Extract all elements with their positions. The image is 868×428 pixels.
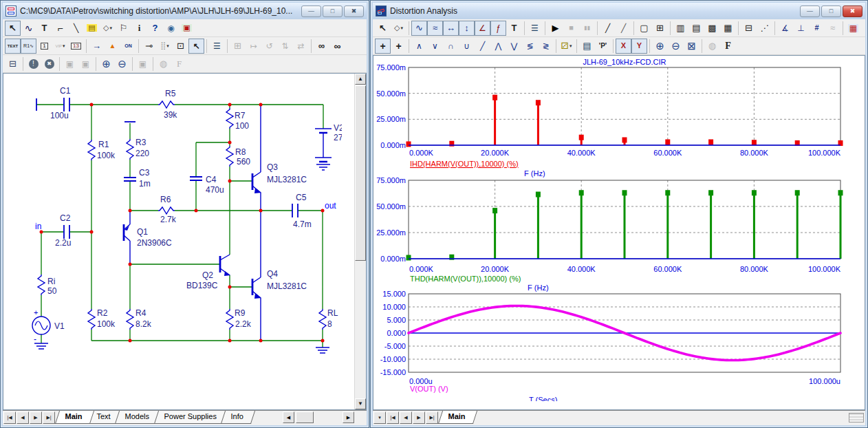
shape-tools-icon[interactable]: ◇▾ [391, 21, 406, 36]
restore-button[interactable]: □ [821, 6, 841, 17]
component-editor-icon[interactable]: ◉ [163, 21, 179, 36]
run-icon[interactable]: ▶ [547, 21, 563, 36]
tab-main[interactable]: Main [55, 411, 94, 424]
shape-tools-icon[interactable]: ◇▾ [100, 21, 116, 36]
global-low-icon[interactable]: ⋁ [506, 39, 522, 54]
numeric-output-icon[interactable]: ▤ [579, 39, 595, 54]
help-mode-icon[interactable]: ? [147, 21, 163, 36]
select-arrow-icon[interactable]: ↖ [375, 21, 391, 36]
line-tool-icon[interactable]: ╱ [600, 21, 616, 36]
next-point-right-icon[interactable]: + [391, 39, 406, 54]
pause-icon[interactable]: ▮▮ [579, 21, 595, 36]
x-axis-settings-icon[interactable]: ∡ [777, 21, 793, 36]
pin-numbers-toggle[interactable]: 13 [68, 39, 84, 54]
polyline-tool-icon[interactable]: ╱ [616, 21, 631, 36]
hscroll-thumb[interactable] [296, 411, 314, 423]
vertical-tag-icon[interactable]: ↕ [459, 21, 475, 36]
scroll-up-button[interactable]: ▲ [355, 74, 366, 85]
go-to-performance-icon[interactable]: 'P' [595, 39, 611, 54]
rotate-icon[interactable]: ↺ [261, 39, 277, 54]
bottom-icon[interactable]: ≶ [522, 39, 538, 54]
select-region-icon[interactable]: ▢ [636, 21, 652, 36]
tokens-horizontal-icon[interactable]: ▤ [688, 21, 704, 36]
diagonal-wire-icon[interactable]: ╲ [68, 21, 84, 36]
flag-tool-icon[interactable]: ⚐ [116, 21, 131, 36]
select-window-icon[interactable]: ⊟ [5, 56, 21, 72]
component-palette-icon[interactable]: ▤ [84, 21, 100, 36]
resize-grip[interactable] [849, 413, 864, 422]
analysis-titlebar[interactable]: Distortion Analysis — □ ✖ [373, 3, 865, 19]
close-button[interactable]: ✖ [843, 6, 862, 17]
peak-icon[interactable]: ∧ [411, 39, 427, 54]
valley-icon[interactable]: ∨ [427, 39, 443, 54]
first-page-button[interactable]: |◀ [3, 411, 16, 424]
first-plot-button[interactable]: |◀ [387, 411, 399, 424]
flip-y-icon[interactable]: ⇅ [277, 39, 293, 54]
copy-picture-icon[interactable]: ▣ [62, 56, 78, 72]
find-next-icon[interactable]: ∞ [329, 39, 345, 54]
data-points-icon[interactable]: ⊞ [652, 21, 668, 36]
high-icon[interactable]: ∩ [443, 39, 459, 54]
node-numbers-toggle[interactable]: 1 [36, 39, 52, 54]
schematic-drawing[interactable]: C1100u R539k R1100k R3220 C31m R7100 R85… [3, 74, 342, 403]
scale-mode-icon[interactable]: ∿ [411, 21, 427, 36]
top-icon[interactable]: ≷ [538, 39, 554, 54]
next-page-button[interactable]: ▶ [30, 411, 42, 424]
zoom-out-icon[interactable]: ⊖ [114, 56, 130, 72]
last-plot-button[interactable]: ▶| [426, 411, 438, 424]
prev-plot-button[interactable]: ◀ [400, 411, 412, 424]
analysis-plots[interactable]: JLH-69_10kHz-FCD.CIR0.000m25.000m50.000m… [373, 56, 863, 401]
trackers-icon[interactable]: ⋰ [757, 21, 772, 36]
info-flag-icon[interactable]: ! [25, 56, 41, 72]
step-box-icon[interactable]: ⊞ [230, 39, 246, 54]
flip-x-icon[interactable]: ⇄ [293, 39, 309, 54]
text-mode-icon[interactable]: T [506, 21, 522, 36]
inflection-icon[interactable]: ╱ [475, 39, 490, 54]
next-point-left-icon[interactable]: + [375, 39, 391, 54]
error-status-icon[interactable]: ▣ [179, 21, 195, 36]
tokens-grid-icon[interactable]: ▩ [704, 21, 720, 36]
properties-icon[interactable]: ☰ [527, 21, 543, 36]
power-display-toggle[interactable]: ▲ [105, 39, 120, 54]
stop-icon[interactable]: ■ [563, 21, 579, 36]
restore-button[interactable]: □ [323, 6, 343, 17]
single-plot-icon[interactable]: ⊟ [741, 21, 757, 36]
properties-icon[interactable]: ☰ [209, 39, 225, 54]
help-globe-icon[interactable]: ◍ [704, 39, 720, 54]
zoom-in-icon[interactable]: ⊕ [652, 39, 668, 54]
info-tool-icon[interactable]: i [131, 21, 147, 36]
mirror-icon[interactable]: ↦ [246, 39, 261, 54]
help-globe-icon[interactable]: ◍ [155, 56, 171, 72]
plot-list-dropdown[interactable]: ▾ [373, 411, 386, 424]
close-button[interactable]: ✖ [344, 6, 364, 17]
scroll-left-button[interactable]: ◀ [283, 411, 294, 423]
low-icon[interactable]: ∪ [459, 39, 475, 54]
tokens-vertical-icon[interactable]: ▥ [673, 21, 688, 36]
scroll-right-button[interactable]: ▶ [343, 411, 354, 423]
vertical-scrollbar[interactable]: ▲ ▼ [354, 74, 366, 409]
copy-page-icon[interactable]: ▣ [78, 56, 94, 72]
tab-main[interactable]: Main [438, 411, 477, 424]
minimize-button[interactable]: — [800, 6, 820, 17]
ortho-wire-icon[interactable]: ⌐ [52, 21, 68, 36]
attribute-text-toggle[interactable]: R1∿ [21, 39, 36, 54]
grid-toggle[interactable]: ⣿▾ [157, 39, 173, 54]
scroll-down-button[interactable]: ▼ [355, 398, 366, 409]
last-page-button[interactable]: ▶| [43, 411, 55, 424]
schematic-canvas[interactable]: C1100u R539k R1100k R3220 C31m R7100 R85… [3, 73, 367, 410]
smoothing-icon[interactable]: ≈ [825, 21, 840, 36]
global-high-icon[interactable]: ⋀ [490, 39, 506, 54]
next-plot-button[interactable]: ▶ [413, 411, 425, 424]
border-toggle[interactable]: ⊡ [173, 39, 188, 54]
cursor-position-icon[interactable]: # [809, 21, 825, 36]
zoom-out-icon[interactable]: ⊖ [668, 39, 684, 54]
find-icon[interactable]: ∞ [314, 39, 329, 54]
select-arrow-icon[interactable]: ↖ [5, 21, 21, 36]
text-mode-icon[interactable]: T [36, 21, 52, 36]
zoom-in-icon[interactable]: ⊕ [98, 56, 114, 72]
error-flag-icon[interactable]: ✖ [41, 56, 57, 72]
zoom-window-icon[interactable]: ⊠ [684, 39, 699, 54]
horizontal-scrollbar[interactable]: ◀ ▶ [283, 411, 354, 424]
fourier-icon[interactable]: F [720, 39, 736, 54]
fourier-icon[interactable]: F [171, 56, 187, 72]
